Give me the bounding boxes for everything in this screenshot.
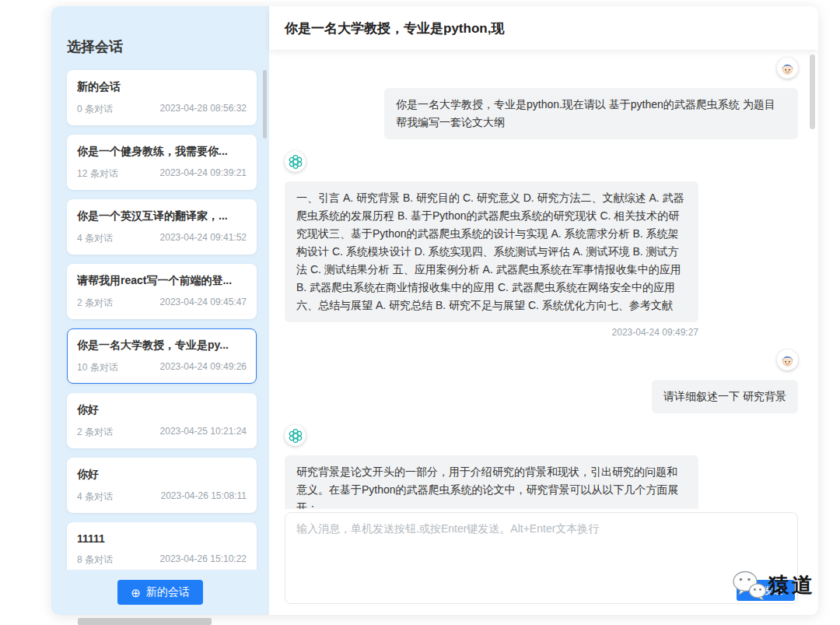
conversation-title: 你是一个英汉互译的翻译家，...: [77, 209, 247, 223]
input-area: 发送: [285, 512, 798, 604]
conversation-title: 请帮我用react写一个前端的登...: [77, 274, 247, 288]
conversation-time: 2023-04-26 15:10:22: [160, 553, 247, 567]
message-bubble: 请详细叙述一下 研究背景: [652, 380, 798, 413]
conversation-count: 8 条对话: [77, 553, 113, 567]
chat-title: 你是一名大学教授，专业是python,现: [285, 19, 504, 37]
message-user: 请详细叙述一下 研究背景: [285, 349, 798, 413]
sidebar-title: 选择会话: [67, 37, 254, 56]
message-timestamp: 2023-04-24 09:49:27: [285, 327, 698, 338]
conversation-title: 你是一个健身教练，我需要你...: [77, 145, 247, 159]
assistant-avatar: [285, 425, 306, 446]
openai-logo-icon: [288, 428, 303, 444]
app-window: 选择会话 新的会话 0 条对话 2023-04-28 08:56:32 你是一个…: [51, 6, 818, 615]
sidebar-scrollbar-thumb[interactable]: [263, 70, 267, 139]
chat-panel: 你是一名大学教授，专业是python,现 你是一名大学教授，专业是python.…: [269, 6, 818, 615]
user-avatar: [777, 58, 798, 79]
conversation-card[interactable]: 你好 4 条对话 2023-04-26 15:08:11: [67, 458, 257, 513]
sidebar-footer: ⊕ 新的会话: [51, 570, 269, 615]
message-assistant: 一、引言 A. 研究背景 B. 研究目的 C. 研究意义 D. 研究方法二、文献…: [285, 151, 798, 338]
horizontal-scrollbar-artifact[interactable]: [78, 618, 212, 625]
conversation-card[interactable]: 你是一个健身教练，我需要你... 12 条对话 2023-04-24 09:39…: [67, 135, 257, 190]
new-conversation-label: 新的会话: [146, 585, 190, 599]
conversation-time: 2023-04-28 08:56:32: [160, 103, 247, 116]
conversation-count: 4 条对话: [77, 490, 113, 504]
conversation-card[interactable]: 你是一个英汉互译的翻译家，... 4 条对话 2023-04-24 09:41:…: [67, 199, 257, 255]
watermark-text: 猿道: [768, 571, 815, 599]
conversation-count: 2 条对话: [77, 297, 113, 310]
user-avatar: [777, 349, 798, 370]
sidebar: 选择会话 新的会话 0 条对话 2023-04-28 08:56:32 你是一个…: [51, 6, 269, 615]
conversation-title: 你是一名大学教授，专业是py...: [77, 339, 247, 353]
message-user: 你是一名大学教授，专业是python.现在请以 基于pythen的武器爬虫系统 …: [285, 58, 798, 139]
message-bubble: 一、引言 A. 研究背景 B. 研究目的 C. 研究意义 D. 研究方法二、文献…: [285, 181, 698, 322]
person-cartoon-icon: [779, 60, 796, 76]
conversation-card[interactable]: 新的会话 0 条对话 2023-04-28 08:56:32: [67, 70, 257, 125]
conversation-count: 0 条对话: [77, 103, 113, 116]
openai-logo-icon: [288, 154, 303, 170]
assistant-avatar: [285, 151, 306, 172]
chat-scrollbar-thumb[interactable]: [810, 54, 815, 129]
conversation-card-selected[interactable]: 你是一名大学教授，专业是py... 10 条对话 2023-04-24 09:4…: [67, 328, 257, 384]
conversation-title: 你好: [77, 403, 247, 417]
conversation-count: 10 条对话: [77, 361, 118, 374]
message-bubble: 研究背景是论文开头的一部分，用于介绍研究的背景和现状，引出研究的问题和意义。在基…: [285, 455, 698, 509]
chat-message-list: 你是一名大学教授，专业是python.现在请以 基于pythen的武器爬虫系统 …: [269, 50, 818, 509]
conversation-card[interactable]: 11111 8 条对话 2023-04-26 15:10:22: [67, 522, 257, 570]
message-bubble: 你是一名大学教授，专业是python.现在请以 基于pythen的武器爬虫系统 …: [384, 88, 798, 139]
message-assistant: 研究背景是论文开头的一部分，用于介绍研究的背景和现状，引出研究的问题和意义。在基…: [285, 425, 798, 509]
conversation-time: 2023-04-24 09:45:47: [160, 297, 247, 310]
conversation-count: 4 条对话: [77, 232, 113, 245]
plus-circle-icon: ⊕: [131, 587, 141, 599]
conversation-title: 你好: [77, 468, 247, 482]
conversation-time: 2023-04-25 10:21:24: [160, 426, 247, 439]
conversation-title: 新的会话: [77, 80, 247, 94]
conversation-time: 2023-04-26 15:08:11: [160, 490, 247, 504]
conversation-time: 2023-04-24 09:39:21: [160, 167, 247, 181]
new-conversation-button[interactable]: ⊕ 新的会话: [117, 580, 203, 605]
conversation-count: 12 条对话: [77, 167, 118, 181]
person-cartoon-icon: [779, 352, 796, 368]
conversation-time: 2023-04-24 09:41:52: [160, 232, 247, 245]
conversation-count: 2 条对话: [77, 426, 113, 439]
conversation-list: 新的会话 0 条对话 2023-04-28 08:56:32 你是一个健身教练，…: [51, 68, 269, 570]
message-input[interactable]: [295, 521, 788, 575]
chat-header: 你是一名大学教授，专业是python,现: [269, 6, 818, 50]
wechat-logo-icon: [731, 569, 767, 602]
conversation-card[interactable]: 请帮我用react写一个前端的登... 2 条对话 2023-04-24 09:…: [67, 264, 257, 319]
conversation-title: 11111: [77, 532, 247, 545]
conversation-card[interactable]: 你好 2 条对话 2023-04-25 10:21:24: [67, 393, 257, 448]
conversation-time: 2023-04-24 09:49:26: [160, 361, 247, 374]
watermark: 猿道: [731, 569, 815, 602]
